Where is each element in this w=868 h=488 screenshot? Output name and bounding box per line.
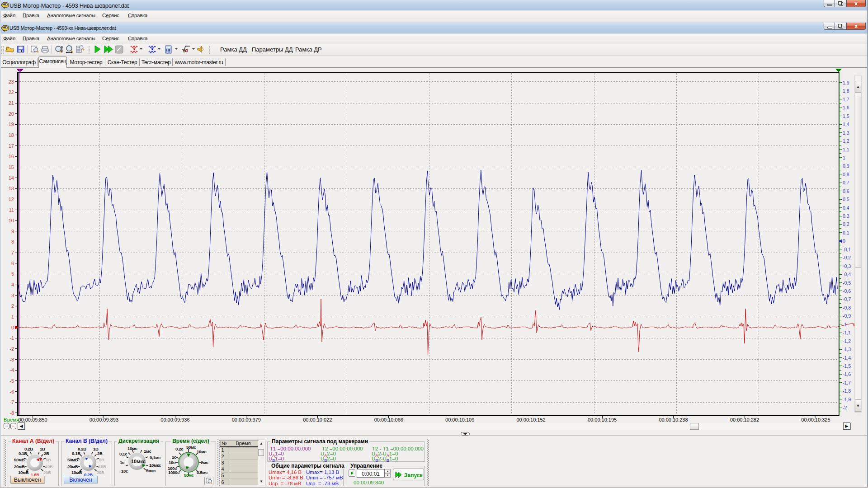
svg-text:4: 4 — [11, 282, 14, 287]
svg-text:0,7: 0,7 — [843, 180, 849, 185]
svg-text:-0,5: -0,5 — [843, 280, 851, 286]
svg-text:-1: -1 — [843, 322, 847, 327]
svg-text:-3: -3 — [9, 357, 14, 362]
svg-text:Время: Время — [4, 417, 19, 422]
svg-text:00:00:10:238: 00:00:10:238 — [659, 417, 688, 422]
svg-text:6: 6 — [11, 261, 14, 266]
svg-text:1,7: 1,7 — [843, 97, 849, 102]
svg-text:0,1: 0,1 — [843, 230, 849, 235]
svg-text:-0,2: -0,2 — [843, 255, 851, 260]
svg-text:1,9: 1,9 — [843, 80, 849, 85]
svg-text:12: 12 — [9, 197, 14, 202]
svg-text:-1,9: -1,9 — [843, 397, 851, 402]
svg-text:18: 18 — [9, 132, 14, 138]
svg-text:15: 15 — [9, 164, 14, 170]
svg-text:9: 9 — [11, 229, 14, 234]
svg-text:11: 11 — [9, 207, 14, 213]
svg-text:1,8: 1,8 — [843, 88, 849, 94]
svg-text:14: 14 — [9, 175, 14, 181]
svg-text:16: 16 — [9, 154, 14, 159]
svg-text:-1,7: -1,7 — [843, 380, 851, 385]
svg-text:23: 23 — [9, 79, 14, 84]
svg-text:00:00:09:936: 00:00:09:936 — [160, 417, 189, 422]
svg-text:1: 1 — [843, 155, 845, 160]
svg-text:-1,5: -1,5 — [843, 363, 851, 369]
svg-text:-8: -8 — [9, 410, 14, 416]
svg-text:10: 10 — [9, 218, 14, 223]
svg-text:17: 17 — [9, 143, 14, 149]
svg-text:-0,6: -0,6 — [843, 288, 851, 294]
svg-text:1,1: 1,1 — [843, 147, 849, 152]
svg-text:1,2: 1,2 — [843, 138, 849, 144]
svg-text:-1,4: -1,4 — [843, 355, 851, 361]
svg-text:5: 5 — [11, 271, 14, 277]
svg-text:1,4: 1,4 — [843, 122, 849, 127]
svg-text:13: 13 — [9, 186, 14, 191]
svg-text:0,9: 0,9 — [843, 163, 849, 169]
svg-text:-1: -1 — [9, 335, 14, 341]
svg-text:-0,9: -0,9 — [843, 313, 851, 319]
svg-text:α: α — [185, 47, 189, 53]
svg-text:1,3: 1,3 — [843, 130, 849, 136]
svg-text:0: 0 — [843, 238, 845, 244]
svg-text:-0,4: -0,4 — [843, 272, 851, 277]
svg-text:7: 7 — [11, 250, 14, 255]
svg-text:-4: -4 — [9, 367, 14, 373]
svg-text:-1,1: -1,1 — [843, 330, 851, 335]
svg-text:0,3: 0,3 — [843, 213, 849, 219]
svg-text:00:00:10:325: 00:00:10:325 — [801, 417, 830, 422]
svg-text:0: 0 — [11, 325, 14, 330]
svg-text:00:00:10:282: 00:00:10:282 — [730, 417, 759, 422]
svg-text:20: 20 — [9, 111, 14, 117]
svg-text:-2: -2 — [9, 346, 14, 352]
svg-text:-1,8: -1,8 — [843, 388, 851, 394]
svg-text:-0,7: -0,7 — [843, 296, 851, 302]
svg-text:19: 19 — [9, 122, 14, 127]
svg-text:0,8: 0,8 — [843, 172, 849, 177]
svg-text:1: 1 — [19, 69, 21, 73]
svg-text:0,4: 0,4 — [843, 205, 849, 211]
svg-text:0,6: 0,6 — [843, 188, 849, 194]
svg-text:00:00:10:152: 00:00:10:152 — [516, 417, 545, 422]
svg-text:00:00:10:109: 00:00:10:109 — [445, 417, 474, 422]
svg-text:00:00:09:893: 00:00:09:893 — [90, 417, 118, 422]
svg-text:00:00:10:022: 00:00:10:022 — [303, 417, 332, 422]
svg-text:8: 8 — [11, 239, 14, 244]
svg-text:-1,6: -1,6 — [843, 371, 851, 377]
svg-text:-0,3: -0,3 — [843, 263, 851, 269]
svg-text:3: 3 — [11, 293, 14, 298]
svg-text:-1,3: -1,3 — [843, 347, 851, 352]
svg-text:10мкс: 10мкс — [131, 459, 146, 464]
svg-text:0,2: 0,2 — [843, 221, 849, 227]
svg-text:-2: -2 — [843, 405, 847, 410]
svg-text:21: 21 — [9, 100, 14, 106]
svg-text:0,5: 0,5 — [843, 197, 849, 202]
svg-text:22: 22 — [9, 89, 14, 95]
svg-text:-6: -6 — [9, 389, 14, 394]
svg-text:-1,2: -1,2 — [843, 338, 851, 344]
svg-text:00:00:09:979: 00:00:09:979 — [232, 417, 261, 422]
svg-text:00:00:10:066: 00:00:10:066 — [374, 417, 403, 422]
svg-text:00:00:09:850: 00:00:09:850 — [18, 417, 47, 422]
svg-text:-7: -7 — [9, 399, 14, 405]
svg-text:-5: -5 — [9, 378, 14, 384]
svg-text:1,6: 1,6 — [843, 105, 849, 110]
svg-text:1: 1 — [11, 314, 14, 319]
svg-text:1,5: 1,5 — [843, 113, 849, 119]
svg-text:2: 2 — [11, 303, 14, 309]
svg-text:-0,1: -0,1 — [843, 247, 851, 252]
svg-text:-0,8: -0,8 — [843, 305, 851, 310]
svg-text:00:00:10:195: 00:00:10:195 — [588, 417, 617, 422]
